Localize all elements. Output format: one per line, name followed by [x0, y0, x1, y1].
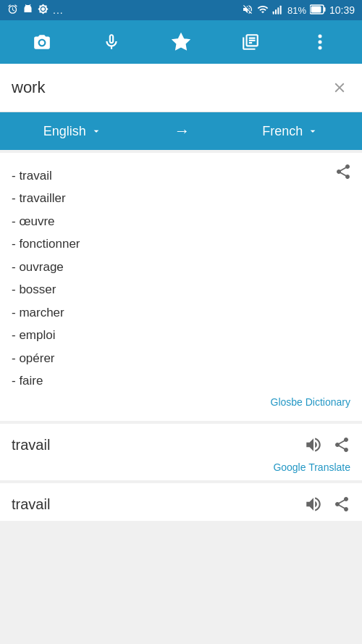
- alarm-icon: [7, 4, 18, 17]
- battery-icon: [310, 4, 326, 17]
- share-button-2[interactable]: [333, 495, 350, 513]
- svg-point-10: [319, 46, 322, 50]
- source-language-label: English: [43, 124, 86, 139]
- google-translate-link-1[interactable]: Google Translate: [12, 461, 350, 473]
- wifi-icon: [257, 4, 269, 17]
- translated-word-2: travail: [12, 496, 50, 513]
- target-language-button[interactable]: French: [262, 124, 319, 139]
- more-options-button[interactable]: [304, 26, 336, 58]
- svg-rect-2: [277, 7, 279, 14]
- result-actions-1: [304, 435, 350, 454]
- glosbe-translations-block: - travail - travailler - œuvre - fonctio…: [0, 153, 362, 421]
- share-glosbe-button[interactable]: [334, 163, 352, 183]
- result-actions-2: [304, 495, 350, 514]
- svg-rect-0: [273, 11, 274, 14]
- dots-icon: ...: [53, 4, 64, 16]
- google-translate-result-1: travail Google Translate: [0, 424, 362, 480]
- share-button-1[interactable]: [333, 436, 350, 453]
- search-input[interactable]: [12, 78, 329, 97]
- svg-point-9: [319, 41, 322, 44]
- translation-line-2: - travailler: [12, 187, 350, 209]
- svg-rect-6: [311, 6, 321, 12]
- svg-rect-5: [324, 7, 326, 12]
- svg-marker-7: [173, 34, 189, 49]
- brightness-icon: [38, 4, 49, 17]
- result-row-top-2: travail: [12, 495, 350, 514]
- star-button[interactable]: [165, 26, 197, 58]
- glosbe-link[interactable]: Glosbe Dictionary: [12, 392, 350, 414]
- translations-list: - travail - travailler - œuvre - fonctio…: [12, 164, 350, 392]
- google-translate-result-2: travail: [0, 483, 362, 521]
- battery-percent: 81%: [287, 5, 306, 16]
- translation-line-9: - opérer: [12, 347, 350, 369]
- language-bar: English → French: [0, 112, 362, 150]
- translation-line-6: - bosser: [12, 278, 350, 301]
- status-right: 81% 10:39: [242, 4, 355, 17]
- signal-icon: [272, 4, 284, 17]
- clock-icon: [22, 4, 33, 17]
- history-button[interactable]: [235, 26, 266, 58]
- source-language-button[interactable]: English: [43, 124, 102, 139]
- translation-line-7: - marcher: [12, 301, 350, 324]
- search-bar: [0, 64, 362, 112]
- status-bar: ... 81% 10:39: [0, 0, 362, 20]
- translation-line-8: - emploi: [12, 324, 350, 346]
- translation-line-5: - ouvrage: [12, 256, 350, 278]
- result-row-top-1: travail: [12, 435, 350, 454]
- svg-rect-1: [275, 9, 277, 14]
- speak-button-2[interactable]: [304, 495, 323, 514]
- camera-button[interactable]: [26, 26, 58, 58]
- clear-button[interactable]: [329, 77, 350, 99]
- translation-line-3: - œuvre: [12, 210, 350, 233]
- translated-word-1: travail: [12, 437, 50, 453]
- svg-rect-3: [280, 5, 282, 14]
- toolbar: [0, 20, 362, 64]
- translation-line-4: - fonctionner: [12, 233, 350, 255]
- microphone-button[interactable]: [96, 26, 127, 58]
- mute-icon: [242, 4, 253, 17]
- status-left: ...: [7, 4, 64, 17]
- translation-line-1: - travail: [12, 164, 350, 187]
- translation-line-10: - faire: [12, 369, 350, 392]
- svg-point-8: [319, 35, 322, 38]
- speak-button-1[interactable]: [304, 435, 323, 454]
- language-arrow-icon: →: [174, 122, 190, 141]
- target-language-label: French: [262, 124, 303, 139]
- time-display: 10:39: [329, 4, 355, 16]
